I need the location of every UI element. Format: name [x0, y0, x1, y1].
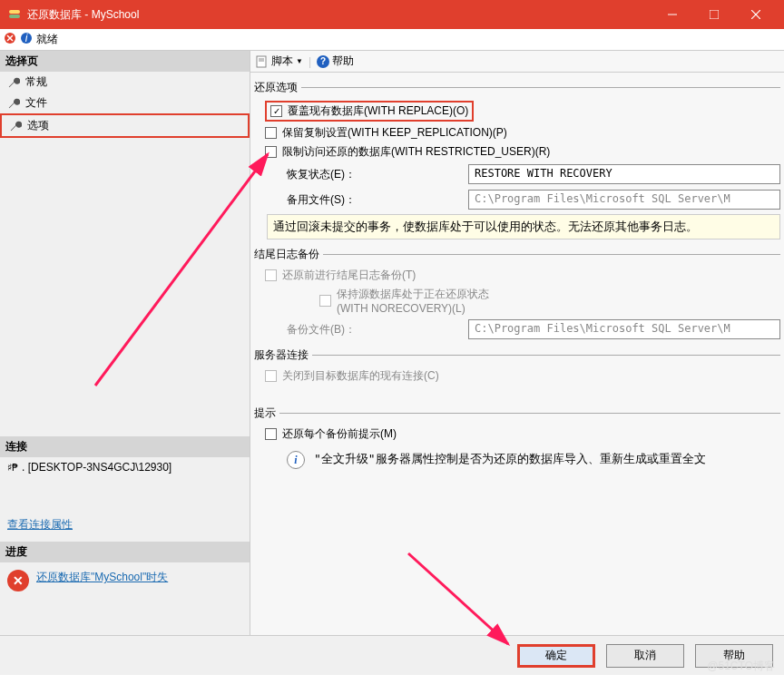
server-icon: ♯₱: [7, 462, 18, 474]
ok-button[interactable]: 确定: [517, 644, 595, 668]
error-small-icon: [4, 32, 16, 47]
backup-file-input: C:\Program Files\Microsoft SQL Server\M: [468, 319, 780, 339]
keep-replication-label: 保留复制设置(WITH KEEP_REPLICATION)(P): [282, 125, 507, 141]
connection-server: ♯₱ . [DESKTOP-3NS4GCJ\12930]: [0, 457, 250, 477]
recovery-state-label: 恢复状态(E)：: [287, 167, 468, 182]
wrench-icon: [7, 76, 20, 89]
hint-text: "全文升级"服务器属性控制是否为还原的数据库导入、重新生成或重置全文: [314, 451, 706, 467]
tail-log-legend: 结尾日志备份: [254, 247, 323, 262]
keep-source-checkbox: [319, 295, 331, 307]
sidebar-item-options[interactable]: 选项: [2, 115, 248, 136]
server-connection-group: 服务器连接 关闭到目标数据库的现有连接(C): [254, 355, 780, 393]
tail-log-backup-checkbox: [265, 269, 277, 281]
script-icon: [256, 55, 269, 68]
app-icon: [7, 7, 22, 22]
maximize-button[interactable]: [693, 0, 735, 29]
restore-info-box: 通过回滚未提交的事务，使数据库处于可以使用的状态。无法还原其他事务日志。: [267, 214, 780, 239]
progress-error: ✕ 还原数据库"MySchool"时失: [0, 562, 250, 599]
sidebar-label-general: 常规: [25, 74, 47, 90]
tail-log-backup-label: 还原前进行结尾日志备份(T): [282, 268, 416, 283]
titlebar: 还原数据库 - MySchool: [0, 0, 784, 29]
backup-file-label: 备份文件(B)：: [287, 322, 468, 337]
recovery-state-select[interactable]: RESTORE WITH RECOVERY: [468, 164, 780, 184]
toolbar: 脚本 ▼ | ? 帮助: [250, 51, 784, 73]
progress-header: 进度: [0, 542, 250, 562]
overwrite-label: 覆盖现有数据库(WITH REPLACE)(O): [288, 103, 468, 119]
sidebar-label-files: 文件: [25, 95, 47, 111]
standby-label: 备用文件(S)：: [287, 192, 468, 208]
prompt-group: 提示 还原每个备份前提示(M) i "全文升级"服务器属性控制是否为还原的数据库…: [254, 413, 780, 480]
restore-options-group: 还原选项 ✓ 覆盖现有数据库(WITH REPLACE)(O) 保留复制设置(W…: [254, 87, 780, 249]
prompt-legend: 提示: [254, 406, 279, 421]
svg-rect-0: [9, 10, 20, 14]
progress-error-link[interactable]: 还原数据库"MySchool"时失: [36, 570, 168, 585]
sidebar-label-options: 选项: [27, 118, 49, 133]
dropdown-arrow-icon: ▼: [296, 57, 303, 65]
help-icon: ?: [317, 55, 329, 68]
info-icon: i: [287, 451, 305, 469]
prompt-each-checkbox[interactable]: [265, 428, 277, 440]
close-existing-label: 关闭到目标数据库的现有连接(C): [282, 368, 439, 384]
restore-options-legend: 还原选项: [254, 80, 301, 95]
sidebar-item-general[interactable]: 常规: [0, 72, 250, 93]
keep-source-label: 保持源数据库处于正在还原状态: [337, 287, 489, 302]
select-page-header: 选择页: [0, 51, 250, 72]
view-connection-props-link[interactable]: 查看连接属性: [0, 513, 250, 536]
overwrite-checkbox[interactable]: ✓: [270, 105, 282, 117]
restricted-checkbox[interactable]: [265, 146, 277, 158]
status-bar: i 就绪: [0, 29, 784, 51]
help-button[interactable]: ? 帮助: [317, 54, 354, 69]
script-button[interactable]: 脚本 ▼: [256, 54, 303, 69]
connection-header: 连接: [0, 436, 250, 457]
server-connection-legend: 服务器连接: [254, 347, 312, 363]
close-existing-checkbox: [265, 370, 277, 382]
right-pane: 脚本 ▼ | ? 帮助 还原选项 ✓ 覆盖现有数据库(WITH REPLACE)…: [250, 51, 784, 635]
restricted-label: 限制访问还原的数据库(WITH RESTRICTED_USER)(R): [282, 144, 550, 160]
svg-rect-3: [710, 10, 719, 19]
left-pane: 选择页 常规 文件 选项 连接 ♯₱ . [DESKTOP-3NS4GCJ\12…: [0, 51, 250, 635]
svg-rect-11: [257, 56, 266, 67]
prompt-each-label: 还原每个备份前提示(M): [282, 426, 397, 442]
svg-text:i: i: [25, 32, 28, 44]
tail-log-group: 结尾日志备份 还原前进行结尾日志备份(T) 保持源数据库处于正在还原状态 (WI…: [254, 254, 780, 349]
wrench-icon: [7, 97, 20, 110]
watermark: @51CTO博客: [707, 659, 775, 674]
status-text: 就绪: [36, 32, 58, 47]
error-icon: ✕: [7, 570, 29, 591]
keep-replication-checkbox[interactable]: [265, 127, 277, 139]
svg-rect-1: [9, 15, 20, 18]
sidebar-item-files[interactable]: 文件: [0, 93, 250, 113]
norecovery-label: (WITH NORECOVERY)(L): [337, 302, 489, 315]
window-title: 还原数据库 - MySchool: [27, 7, 652, 23]
minimize-button[interactable]: [652, 0, 693, 29]
cancel-button[interactable]: 取消: [606, 644, 684, 668]
button-bar: 确定 取消 帮助: [0, 635, 784, 675]
info-small-icon: i: [20, 32, 33, 47]
standby-input[interactable]: C:\Program Files\Microsoft SQL Server\M: [468, 190, 780, 210]
close-button[interactable]: [735, 0, 777, 29]
wrench-icon: [9, 120, 22, 132]
